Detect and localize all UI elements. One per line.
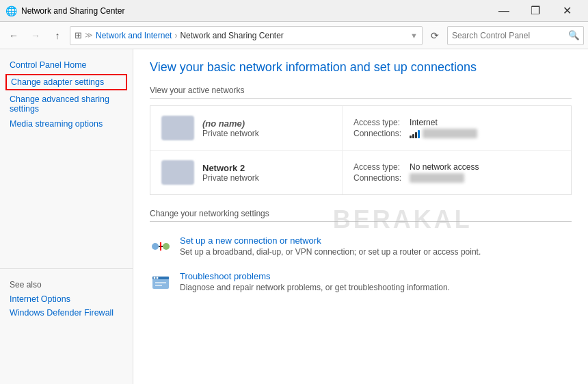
troubleshoot-desc: Diagnose and repair network problems, or… <box>180 283 450 292</box>
network2-conn-value <box>410 173 479 183</box>
sidebar-change-advanced-sharing[interactable]: Change advanced sharing settings <box>0 92 133 116</box>
network2-icon <box>161 160 194 185</box>
network1-conn-value <box>410 129 477 138</box>
forward-button[interactable]: → <box>26 26 45 45</box>
sidebar-media-streaming[interactable]: Media streaming options <box>0 116 133 131</box>
windows-defender-link[interactable]: Windows Defender Firewall <box>10 306 123 320</box>
see-also-section: See also Internet Options Windows Defend… <box>0 268 133 325</box>
svg-point-6 <box>154 277 156 279</box>
networking-settings-label: Change your networking settings <box>150 209 572 222</box>
search-box: 🔍 <box>447 26 584 45</box>
setup-connection-desc: Set up a broadband, dial-up, or VPN conn… <box>180 247 481 257</box>
network1-row: (no name) Private network Access type: I… <box>150 106 571 151</box>
network2-access-value: No network access <box>410 162 479 172</box>
main-container: Control Panel Home Change adapter settin… <box>0 49 588 384</box>
up-button[interactable]: ↑ <box>48 26 67 45</box>
app-icon: 🌐 <box>5 5 17 16</box>
troubleshoot-item: Troubleshoot problems Diagnose and repai… <box>150 264 572 300</box>
network2-conn-label: Connections: <box>353 173 401 183</box>
troubleshoot-link[interactable]: Troubleshoot problems <box>180 271 450 281</box>
network1-conn-label: Connections: <box>353 129 401 138</box>
search-button[interactable]: 🔍 <box>564 26 583 45</box>
minimize-button[interactable]: — <box>488 0 520 22</box>
network2-type: Private network <box>202 173 259 183</box>
page-title: View your basic network information and … <box>150 60 572 75</box>
breadcrumb-dropdown-icon[interactable]: ▼ <box>410 31 418 40</box>
network1-type: Private network <box>202 129 259 138</box>
sidebar: Control Panel Home Change adapter settin… <box>0 49 133 384</box>
setup-connection-icon <box>150 235 172 257</box>
network1-name: (no name) <box>202 118 259 129</box>
svg-rect-8 <box>155 282 166 283</box>
setup-connection-link[interactable]: Set up a new connection or network <box>180 235 481 246</box>
sidebar-control-panel-home[interactable]: Control Panel Home <box>0 57 133 73</box>
troubleshoot-text: Troubleshoot problems Diagnose and repai… <box>180 271 450 292</box>
network1-props: Access type: Internet Connections: <box>353 118 477 138</box>
network2-props: Access type: No network access Connectio… <box>353 162 479 183</box>
network2-right: Access type: No network access Connectio… <box>342 151 571 194</box>
window-controls: — ❐ ✕ <box>488 0 583 22</box>
network2-left: Network 2 Private network <box>150 151 342 194</box>
address-bar: ← → ↑ ⊞ ≫ Network and Internet › Network… <box>0 22 588 49</box>
network2-name: Network 2 <box>202 163 259 173</box>
setup-connection-item: Set up a new connection or network Set u… <box>150 229 572 264</box>
svg-point-7 <box>157 277 159 279</box>
refresh-button[interactable]: ⟳ <box>425 26 444 45</box>
restore-button[interactable]: ❐ <box>520 0 551 22</box>
svg-point-0 <box>152 243 159 250</box>
troubleshoot-icon-svg <box>150 271 172 293</box>
internet-options-link[interactable]: Internet Options <box>10 292 123 306</box>
network1-left: (no name) Private network <box>150 106 342 150</box>
active-networks-label: View your active networks <box>150 86 572 99</box>
breadcrumb-network-internet[interactable]: Network and Internet <box>96 31 172 40</box>
sidebar-change-adapter[interactable]: Change adapter settings <box>5 74 127 90</box>
troubleshoot-icon <box>150 271 172 293</box>
search-input[interactable] <box>448 31 564 40</box>
network2-details: Network 2 Private network <box>202 163 259 183</box>
settings-section: Set up a new connection or network Set u… <box>150 229 572 300</box>
network1-right: Access type: Internet Connections: <box>342 106 571 150</box>
see-also-title: See also <box>10 280 123 290</box>
back-button[interactable]: ← <box>4 26 23 45</box>
network2-access-label: Access type: <box>353 162 401 172</box>
setup-connection-text: Set up a new connection or network Set u… <box>180 235 481 257</box>
content-area: BERAKAL View your basic network informat… <box>133 49 588 384</box>
networks-container: (no name) Private network Access type: I… <box>150 105 572 195</box>
breadcrumb-sep: › <box>174 31 177 40</box>
svg-rect-9 <box>155 285 162 286</box>
network2-connection-blurred <box>410 173 464 183</box>
signal-bars-icon <box>410 129 420 138</box>
window-title: Network and Sharing Center <box>21 6 488 16</box>
network1-access-label: Access type: <box>353 118 401 127</box>
title-bar: 🌐 Network and Sharing Center — ❐ ✕ <box>0 0 588 22</box>
breadcrumb-current: Network and Sharing Center <box>180 31 283 40</box>
setup-icon-svg <box>150 235 172 257</box>
network1-icon <box>161 116 194 140</box>
network2-row: Network 2 Private network Access type: N… <box>150 151 571 194</box>
breadcrumb: ⊞ ≫ Network and Internet › Network and S… <box>70 26 423 45</box>
svg-point-1 <box>163 243 170 250</box>
network1-details: (no name) Private network <box>202 118 259 138</box>
close-button[interactable]: ✕ <box>551 0 583 22</box>
connection-name-blurred <box>423 129 477 138</box>
network1-access-value: Internet <box>410 118 477 127</box>
